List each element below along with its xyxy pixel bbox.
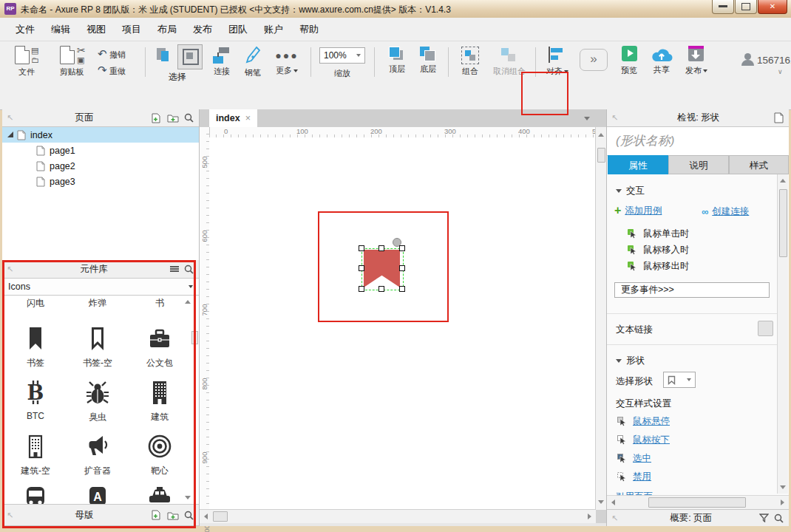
menu-view[interactable]: 视图	[78, 18, 114, 41]
tab-list-icon[interactable]	[584, 117, 590, 120]
tree-item-index[interactable]: index	[2, 127, 199, 143]
scroll-left-icon[interactable]	[204, 514, 208, 519]
menu-team[interactable]: 团队	[220, 18, 256, 41]
canvas-page[interactable]	[209, 137, 596, 510]
send-back-button[interactable]: 底层	[414, 46, 442, 75]
style-link-selected[interactable]: 选中	[617, 452, 651, 465]
notes-page-icon[interactable]	[774, 112, 784, 123]
collapse-panel-icon[interactable]: ↖	[607, 514, 622, 523]
collapse-panel-icon[interactable]: ↖	[2, 511, 18, 520]
resize-handle-sw[interactable]	[359, 286, 364, 292]
collapse-panel-icon[interactable]: ↖	[607, 113, 622, 123]
tab-close-icon[interactable]: ×	[245, 113, 251, 123]
pen-button[interactable]: 钢笔	[240, 46, 266, 78]
library-item-building[interactable]: 建筑	[128, 379, 191, 423]
inspector-hscrollbar[interactable]	[607, 495, 789, 509]
more-button[interactable]: ●●● 更多	[271, 46, 303, 76]
library-search-icon[interactable]	[184, 265, 194, 274]
resize-handle-s[interactable]	[378, 286, 384, 292]
collapse-panel-icon[interactable]: ↖	[2, 113, 18, 123]
menu-account[interactable]: 账户	[256, 18, 291, 41]
undo-button[interactable]: ↶ 撤销	[98, 47, 139, 61]
vscroll-thumb[interactable]	[597, 148, 605, 163]
masters-search-icon[interactable]	[184, 511, 194, 520]
bring-front-button[interactable]: 顶层	[383, 46, 411, 75]
resize-handle-n[interactable]	[378, 245, 384, 251]
inspector-hscroll-thumb[interactable]	[648, 497, 746, 508]
resize-handle-w[interactable]	[359, 265, 364, 271]
filter-icon[interactable]	[759, 514, 769, 522]
grid-scroll-down-icon[interactable]	[185, 496, 191, 499]
add-folder-icon[interactable]	[167, 113, 179, 123]
interactions-section-header[interactable]: 交互	[616, 185, 645, 197]
more-events-button[interactable]: 更多事件>>>	[614, 282, 770, 298]
preview-button[interactable]: 预览	[615, 46, 643, 76]
library-item-bomb[interactable]: 炸弹	[66, 297, 129, 310]
share-button[interactable]: 共享	[648, 46, 676, 75]
zoom-select[interactable]: 100%	[319, 47, 365, 64]
menu-file[interactable]: 文件	[7, 18, 43, 41]
library-item-book[interactable]: 书	[128, 297, 191, 310]
add-master-icon[interactable]	[151, 510, 162, 520]
shape-name-input[interactable]	[607, 127, 789, 155]
library-item-bookmark[interactable]: 书签	[4, 325, 67, 369]
close-button[interactable]: ✕	[758, 0, 787, 14]
resize-handle-se[interactable]	[399, 286, 405, 292]
style-link-hover[interactable]: 鼠标悬停	[617, 415, 670, 428]
library-item-megaphone[interactable]: 扩音器	[66, 433, 129, 477]
tree-item-page1[interactable]: page1	[2, 143, 199, 158]
tab-index[interactable]: index ×	[209, 109, 257, 127]
create-link-button[interactable]: ∞ 创建连接	[702, 205, 749, 218]
collapse-panel-icon[interactable]: ↖	[2, 265, 18, 274]
publish-button[interactable]: 发布	[680, 46, 713, 76]
library-item-bus[interactable]	[4, 486, 67, 504]
scroll-up-icon[interactable]	[780, 179, 786, 183]
event-mouseenter[interactable]: 鼠标移入时	[628, 244, 690, 256]
minimize-button[interactable]	[712, 0, 734, 14]
redo-button[interactable]: ↷ 重做	[98, 64, 139, 77]
library-item-briefcase[interactable]: 公文包	[128, 325, 191, 369]
ungroup-button[interactable]: 取消组合	[488, 46, 531, 77]
library-item-lightning[interactable]: 闪电	[4, 297, 67, 310]
expander-icon[interactable]	[7, 132, 13, 137]
menu-layout[interactable]: 布局	[149, 18, 185, 41]
resize-handle-nw[interactable]	[359, 245, 364, 251]
account-menu[interactable]: 15671615193	[757, 55, 791, 66]
tab-notes[interactable]: 说明	[668, 155, 729, 174]
event-onclick[interactable]: 鼠标单击时	[628, 228, 690, 240]
style-link-mousedown[interactable]: 鼠标按下	[617, 434, 670, 446]
event-mouseleave[interactable]: 鼠标移出时	[628, 260, 690, 273]
connect-button[interactable]: 连接	[208, 46, 235, 77]
menu-publish[interactable]: 发布	[185, 18, 220, 41]
select-intersect-button[interactable]	[152, 46, 174, 68]
select-shape-dropdown[interactable]	[663, 372, 696, 388]
menu-help[interactable]: 帮助	[291, 18, 327, 41]
library-item-app-a[interactable]: A	[66, 486, 129, 504]
inspector-vscrollbar[interactable]	[777, 174, 788, 494]
inspector-vscroll-thumb[interactable]	[779, 189, 787, 257]
add-page-icon[interactable]	[151, 113, 162, 123]
menu-edit[interactable]: 编辑	[43, 18, 78, 41]
tab-properties[interactable]: 属性	[608, 155, 668, 174]
scroll-down-icon[interactable]	[780, 485, 786, 489]
file-button[interactable]: ▤ 🗀 文件	[7, 46, 46, 78]
library-item-building-empty[interactable]: 建筑-空	[4, 433, 67, 477]
scroll-right-icon[interactable]	[781, 499, 784, 505]
canvas-vscrollbar[interactable]	[595, 127, 606, 510]
style-link-disabled[interactable]: 禁用	[617, 471, 651, 483]
resize-handle-e[interactable]	[399, 265, 405, 271]
maximize-button[interactable]	[735, 0, 757, 14]
add-master-folder-icon[interactable]	[167, 511, 179, 520]
panel-resize-grip[interactable]	[191, 331, 198, 344]
library-item-bookmark-empty[interactable]: 书签-空	[66, 325, 129, 369]
canvas-hscrollbar[interactable]	[200, 509, 596, 523]
pages-search-icon[interactable]	[184, 113, 194, 123]
scroll-up-icon[interactable]	[598, 133, 604, 137]
align-button[interactable]: 对齐	[541, 46, 574, 77]
menu-project[interactable]: 项目	[114, 18, 149, 41]
group-button[interactable]: 组合	[455, 46, 485, 77]
expand-toolbar-button[interactable]: »	[580, 49, 608, 71]
scroll-right-icon[interactable]	[588, 514, 591, 519]
library-item-taxi[interactable]	[128, 486, 191, 504]
hscroll-thumb[interactable]	[213, 511, 228, 522]
